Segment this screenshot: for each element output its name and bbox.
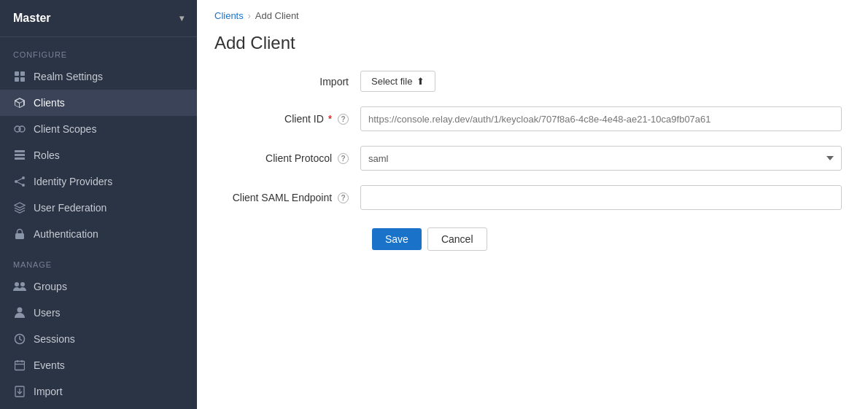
- svg-point-16: [20, 282, 25, 287]
- calendar-icon: [13, 359, 26, 372]
- breadcrumb-current: Add Client: [255, 10, 299, 21]
- import-row: Import Select file ⬆: [214, 71, 850, 92]
- svg-rect-2: [15, 77, 19, 82]
- layers-icon: [13, 201, 26, 214]
- client-id-control: [360, 106, 842, 131]
- sidebar-item-label: Identity Providers: [34, 176, 112, 187]
- upload-icon: ⬆: [416, 76, 425, 87]
- client-id-label: Client ID * ?: [214, 113, 360, 125]
- main-content: Clients › Add Client Add Client Import S…: [197, 0, 868, 409]
- import-icon: [13, 385, 26, 398]
- grid-icon: [13, 70, 26, 83]
- client-protocol-control: saml openid-connect: [360, 146, 842, 171]
- client-protocol-select[interactable]: saml openid-connect: [360, 146, 842, 171]
- sidebar-item-label: User Federation: [34, 202, 106, 214]
- lock-icon: [13, 227, 26, 241]
- select-file-label: Select file: [371, 76, 412, 87]
- sidebar-item-user-federation[interactable]: User Federation: [0, 195, 197, 221]
- client-saml-endpoint-row: Client SAML Endpoint ?: [214, 185, 850, 210]
- master-dropdown[interactable]: Master ▾: [0, 0, 197, 37]
- client-id-input[interactable]: [360, 106, 842, 131]
- sidebar-item-events[interactable]: Events: [0, 352, 197, 378]
- sidebar-item-realm-settings[interactable]: Realm Settings: [0, 63, 197, 90]
- sidebar: Master ▾ Configure Realm Settings Client…: [0, 0, 197, 409]
- select-file-button[interactable]: Select file ⬆: [360, 71, 435, 92]
- sidebar-item-label: Import: [34, 386, 63, 397]
- sidebar-item-label: Realm Settings: [34, 71, 103, 82]
- client-protocol-help-icon[interactable]: ?: [338, 153, 349, 164]
- client-id-help-icon[interactable]: ?: [338, 114, 349, 125]
- sidebar-item-users[interactable]: Users: [0, 300, 197, 326]
- user-icon: [13, 306, 26, 319]
- svg-rect-19: [15, 361, 25, 370]
- clock-icon: [13, 332, 26, 346]
- sidebar-item-authentication[interactable]: Authentication: [0, 221, 197, 247]
- sidebar-item-label: Users: [34, 307, 61, 319]
- sidebar-item-export[interactable]: Export: [0, 405, 197, 409]
- client-id-row: Client ID * ?: [214, 106, 850, 131]
- svg-point-5: [19, 126, 25, 132]
- required-marker: *: [328, 113, 332, 125]
- client-protocol-label: Client Protocol ?: [214, 152, 360, 165]
- sidebar-item-label: Groups: [34, 281, 67, 292]
- sidebar-item-label: Client Scopes: [34, 123, 96, 135]
- svg-rect-14: [15, 233, 24, 239]
- svg-rect-7: [15, 154, 25, 156]
- sidebar-item-label: Roles: [34, 149, 60, 161]
- sidebar-item-roles[interactable]: Roles: [0, 142, 197, 168]
- table-icon: [13, 149, 26, 162]
- manage-section-label: Manage: [0, 247, 197, 273]
- import-control: Select file ⬆: [360, 71, 842, 92]
- client-saml-endpoint-input[interactable]: [360, 185, 842, 210]
- sidebar-item-label: Sessions: [34, 333, 75, 345]
- breadcrumb-clients-link[interactable]: Clients: [214, 10, 244, 21]
- svg-line-13: [16, 182, 23, 185]
- sidebar-item-label: Authentication: [34, 228, 98, 240]
- svg-rect-8: [15, 157, 25, 160]
- breadcrumb-separator: ›: [248, 11, 251, 21]
- svg-rect-1: [20, 71, 25, 76]
- sidebar-item-label: Clients: [34, 97, 65, 109]
- cube-icon: [13, 96, 26, 109]
- add-client-form: Import Select file ⬆ Client ID * ? Clien: [197, 71, 868, 251]
- client-saml-endpoint-help-icon[interactable]: ?: [338, 192, 349, 203]
- sidebar-item-sessions[interactable]: Sessions: [0, 326, 197, 352]
- cancel-button[interactable]: Cancel: [427, 227, 487, 251]
- group-icon: [13, 280, 26, 293]
- configure-section-label: Configure: [0, 37, 197, 63]
- save-button[interactable]: Save: [372, 228, 422, 250]
- client-saml-endpoint-label: Client SAML Endpoint ?: [214, 192, 360, 204]
- svg-rect-3: [20, 77, 25, 82]
- share-icon: [13, 175, 26, 188]
- sidebar-item-import[interactable]: Import: [0, 378, 197, 405]
- sidebar-item-clients[interactable]: Clients: [0, 90, 197, 116]
- svg-point-15: [15, 282, 19, 287]
- client-saml-endpoint-control: [360, 185, 842, 210]
- circles-icon: [13, 122, 26, 136]
- chevron-down-icon: ▾: [179, 13, 184, 23]
- svg-line-12: [16, 178, 23, 182]
- svg-rect-6: [15, 150, 25, 152]
- sidebar-item-groups[interactable]: Groups: [0, 273, 197, 300]
- sidebar-item-label: Events: [34, 359, 65, 371]
- client-protocol-row: Client Protocol ? saml openid-connect: [214, 146, 850, 171]
- svg-point-17: [18, 308, 23, 313]
- sidebar-item-client-scopes[interactable]: Client Scopes: [0, 116, 197, 142]
- sidebar-item-identity-providers[interactable]: Identity Providers: [0, 168, 197, 195]
- breadcrumb: Clients › Add Client: [197, 0, 868, 21]
- import-label: Import: [214, 76, 360, 87]
- svg-rect-0: [15, 71, 19, 76]
- form-actions: Save Cancel: [214, 225, 850, 251]
- master-label: Master: [13, 12, 51, 25]
- page-title: Add Client: [197, 21, 868, 71]
